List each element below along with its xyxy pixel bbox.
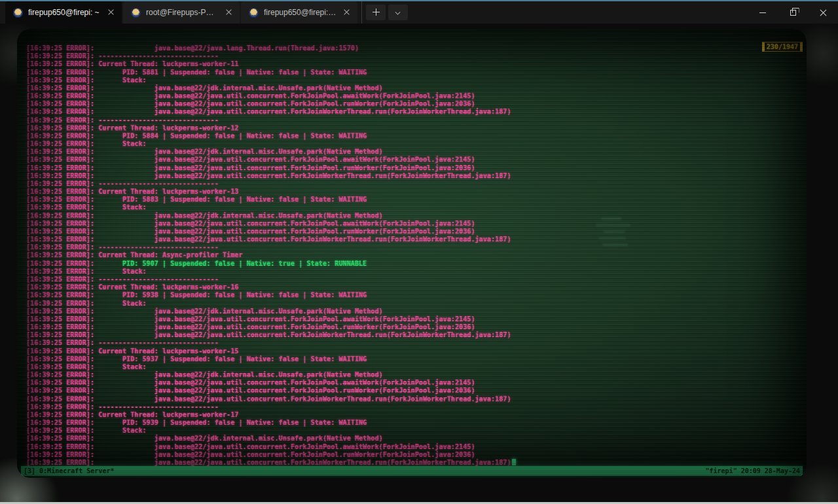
terminal-output: [16:39:25 ERROR]: java.base@22/java.lang… — [26, 45, 516, 467]
tmux-status-left[interactable]: [3] 0:Minecraft Server* — [24, 467, 114, 475]
close-button[interactable] — [808, 1, 838, 24]
log-line: [16:39:25 ERROR]: Current Thread: luckpe… — [26, 411, 516, 419]
log-line: [16:39:25 ERROR]: ----------------------… — [26, 339, 516, 347]
tab-3[interactable]: firepup650@firepi: ~/projects/ — [241, 1, 357, 24]
log-line: [16:39:25 ERROR]: Current Thread: luckpe… — [26, 60, 516, 68]
log-line: [16:39:25 ERROR]: java.base@22/java.util… — [26, 156, 516, 164]
log-line: [16:39:25 ERROR]: Current Thread: luckpe… — [26, 348, 516, 355]
tab-extras — [361, 1, 408, 24]
log-line: [16:39:25 ERROR]: java.base@22/java.util… — [26, 236, 516, 243]
log-line: [16:39:25 ERROR]: Stack: — [26, 363, 516, 371]
tmux-status-bar: [3] 0:Minecraft Server* "firepi" 20:09 2… — [21, 466, 803, 476]
log-line: [16:39:25 ERROR]: ----------------------… — [26, 403, 516, 411]
tmux-status-right: "firepi" 20:09 28-May-24 — [706, 467, 801, 475]
tab-close-icon[interactable] — [106, 7, 117, 18]
log-line: [16:39:25 ERROR]: PID: 5907 | Suspended:… — [26, 260, 516, 268]
log-line: [16:39:25 ERROR]: ----------------------… — [26, 243, 516, 251]
terminal-profile-icon — [249, 8, 259, 18]
log-line: [16:39:25 ERROR]: java.base@22/java.util… — [26, 379, 516, 387]
log-line: [16:39:25 ERROR]: java.base@22/java.util… — [26, 387, 516, 395]
terminal-cursor — [512, 459, 516, 465]
log-line: [16:39:25 ERROR]: java.base@22/java.util… — [26, 172, 516, 180]
scrollback-position-badge: 230/1947 — [762, 42, 803, 52]
tab-dropdown-button[interactable] — [388, 5, 408, 20]
log-line: [16:39:25 ERROR]: PID: 5884 | Suspended:… — [26, 132, 516, 140]
new-tab-button[interactable] — [366, 5, 386, 20]
log-line: [16:39:25 ERROR]: Stack: — [26, 140, 516, 148]
log-line: [16:39:25 ERROR]: java.base@22/java.util… — [26, 443, 516, 451]
tab-title: root@Firepups-PC: ~ — [146, 8, 219, 17]
log-line: [16:39:25 ERROR]: Stack: — [26, 268, 516, 276]
log-line: [16:39:25 ERROR]: java.base@22/java.util… — [26, 331, 516, 339]
log-line: [16:39:25 ERROR]: java.base@22/jdk.inter… — [26, 435, 516, 442]
tab-2[interactable]: root@Firepups-PC: ~ — [123, 1, 240, 24]
log-line: [16:39:25 ERROR]: ----------------------… — [26, 52, 516, 60]
chevron-down-icon — [395, 10, 401, 15]
log-line: [16:39:25 ERROR]: Current Thread: Async-… — [26, 251, 516, 259]
log-line: [16:39:25 ERROR]: Current Thread: luckpe… — [26, 188, 516, 196]
screen-ghost-artifact — [585, 212, 643, 250]
log-line: [16:39:25 ERROR]: Stack: — [26, 427, 516, 435]
log-line: [16:39:25 ERROR]: ----------------------… — [26, 117, 516, 124]
minimize-icon — [759, 12, 766, 13]
terminal-screen[interactable]: [16:39:25 ERROR]: java.base@22/java.lang… — [17, 29, 807, 478]
log-line: [16:39:25 ERROR]: Current Thread: luckpe… — [26, 283, 516, 291]
log-line: [16:39:25 ERROR]: Current Thread: luckpe… — [26, 124, 516, 132]
terminal-profile-icon — [131, 8, 141, 18]
tab-strip: firepup650@firepi: ~root@Firepups-PC: ~f… — [0, 1, 748, 24]
log-line: [16:39:25 ERROR]: ----------------------… — [26, 180, 516, 188]
log-line: [16:39:25 ERROR]: java.base@22/java.util… — [26, 100, 516, 108]
log-line: [16:39:25 ERROR]: java.base@22/jdk.inter… — [26, 212, 516, 220]
log-line: [16:39:25 ERROR]: PID: 5938 | Suspended:… — [26, 291, 516, 299]
tab-close-icon[interactable] — [224, 7, 234, 18]
log-line: [16:39:25 ERROR]: java.base@22/java.util… — [26, 315, 516, 323]
log-line: [16:39:25 ERROR]: java.base@22/java.util… — [26, 164, 516, 172]
log-line: [16:39:25 ERROR]: java.base@22/java.util… — [26, 228, 516, 236]
log-line: [16:39:25 ERROR]: java.base@22/java.util… — [26, 220, 516, 228]
crt-bezel: [16:39:25 ERROR]: java.base@22/java.lang… — [0, 24, 838, 502]
log-line: [16:39:25 ERROR]: java.base@22/java.util… — [26, 108, 516, 116]
log-line: [16:39:25 ERROR]: java.base@22/java.util… — [26, 451, 516, 459]
log-line: [16:39:25 ERROR]: PID: 5881 | Suspended:… — [26, 69, 516, 77]
log-line: [16:39:25 ERROR]: PID: 5883 | Suspended:… — [26, 196, 516, 204]
log-line: [16:39:25 ERROR]: java.base@22/jdk.inter… — [26, 148, 516, 156]
restore-icon — [790, 10, 796, 16]
minimize-button[interactable] — [748, 1, 778, 24]
log-line: [16:39:25 ERROR]: java.base@22/java.util… — [26, 323, 516, 331]
tab-1[interactable]: firepup650@firepi: ~ — [5, 1, 122, 24]
log-line: [16:39:25 ERROR]: java.base@22/jdk.inter… — [26, 84, 516, 92]
log-line: [16:39:25 ERROR]: Stack: — [26, 204, 516, 211]
log-line: [16:39:25 ERROR]: ----------------------… — [26, 276, 516, 283]
log-line: [16:39:25 ERROR]: Stack: — [26, 300, 516, 308]
tab-title: firepup650@firepi: ~ — [28, 8, 101, 17]
close-icon — [820, 9, 827, 16]
terminal-profile-icon — [13, 8, 23, 18]
window-controls — [748, 1, 838, 24]
log-line: [16:39:25 ERROR]: java.base@22/java.util… — [26, 395, 516, 403]
log-line: [16:39:25 ERROR]: PID: 5939 | Suspended:… — [26, 419, 516, 427]
log-line: [16:39:25 ERROR]: Stack: — [26, 77, 516, 84]
log-line: [16:39:25 ERROR]: java.base@22/jdk.inter… — [26, 308, 516, 315]
tab-close-icon[interactable] — [342, 7, 352, 18]
log-line: [16:39:25 ERROR]: java.base@22/jdk.inter… — [26, 371, 516, 379]
restore-button[interactable] — [778, 1, 808, 24]
tab-title: firepup650@firepi: ~/projects/ — [264, 8, 337, 17]
log-line: [16:39:25 ERROR]: java.base@22/java.util… — [26, 92, 516, 100]
titlebar: firepup650@firepi: ~root@Firepups-PC: ~f… — [0, 1, 838, 24]
log-line: [16:39:25 ERROR]: java.base@22/java.lang… — [26, 45, 516, 52]
log-line: [16:39:25 ERROR]: PID: 5937 | Suspended:… — [26, 355, 516, 363]
